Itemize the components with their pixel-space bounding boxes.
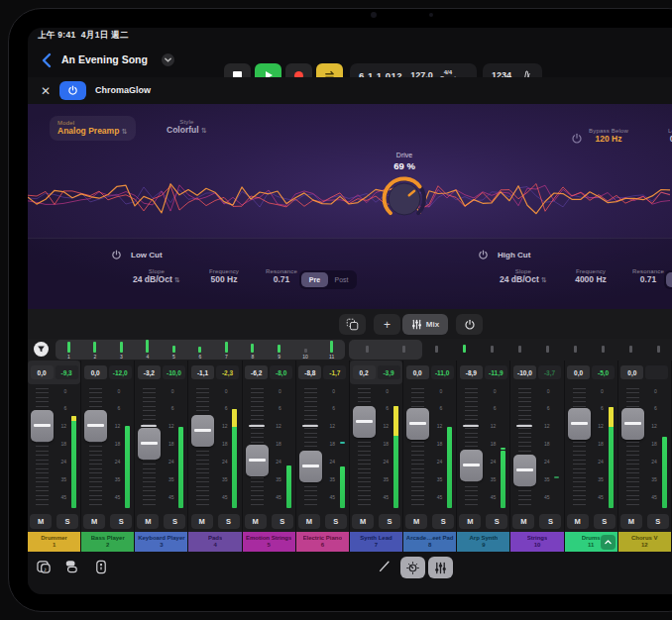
high-cut-power-icon[interactable] [478, 250, 489, 260]
bypass-below-control[interactable]: Bypass Below 120 Hz [589, 128, 628, 144]
plugin-power-button[interactable] [59, 81, 86, 100]
mute-button[interactable]: M [191, 514, 213, 529]
volume-value[interactable]: -8,8 [298, 365, 321, 379]
mute-button[interactable]: M [405, 514, 427, 529]
volume-fader[interactable] [460, 450, 483, 481]
song-title[interactable]: An Evening Song [61, 53, 148, 65]
volume-value[interactable]: 0,0 [620, 365, 643, 379]
mute-button[interactable]: M [30, 514, 52, 529]
track-number: 5 [268, 542, 271, 549]
volume-fader[interactable] [513, 455, 536, 486]
controls-view-button[interactable] [400, 557, 425, 578]
volume-fader[interactable] [353, 406, 376, 438]
mute-button[interactable]: M [245, 514, 267, 529]
volume-value[interactable]: -10,0 [513, 365, 536, 379]
mute-button[interactable]: M [567, 514, 589, 529]
song-menu-chevron[interactable] [162, 53, 174, 66]
track-name-tile[interactable]: Arcade…eet Pad8 [403, 532, 456, 552]
volume-fader[interactable] [31, 410, 54, 442]
mute-button[interactable]: M [298, 514, 320, 529]
volume-value[interactable]: 0,0 [84, 365, 107, 379]
faders-view-button[interactable] [428, 557, 453, 578]
track-name: Bass Player [91, 535, 125, 542]
volume-fader[interactable] [621, 408, 644, 440]
mixer-power-button[interactable] [456, 314, 483, 335]
solo-button[interactable]: S [325, 514, 347, 529]
mute-button[interactable]: M [512, 514, 534, 529]
db-scale-label: 12 [645, 423, 657, 429]
high-cut-slope[interactable]: Slope 24 dB/Oct ⇅ [494, 268, 553, 284]
volume-fader[interactable] [191, 415, 214, 447]
mix-view-button[interactable]: Mix [402, 314, 448, 335]
track-name-tile[interactable]: Emotion Strings5 [243, 532, 295, 552]
volume-value[interactable]: -6,2 [245, 365, 268, 379]
solo-button[interactable]: S [594, 514, 616, 529]
duplicate-button[interactable] [339, 314, 366, 335]
volume-value[interactable]: 0,0 [31, 365, 54, 379]
volume-fader[interactable] [138, 428, 161, 460]
mute-button[interactable]: M [83, 514, 105, 529]
overview-window[interactable]: 1234567891011 [56, 340, 345, 360]
low-cut-slope[interactable]: Slope 24 dB/Oct ⇅ [127, 268, 186, 284]
plugin-close-button[interactable]: ✕ [38, 83, 54, 99]
low-cut-post-button[interactable]: Post [328, 272, 355, 287]
mute-button[interactable]: M [352, 514, 374, 529]
volume-value[interactable]: 0,2 [353, 365, 376, 379]
volume-value[interactable]: -8,9 [460, 365, 483, 379]
overview-window-2[interactable] [349, 340, 422, 360]
drive-control: Drive 69 % [355, 152, 454, 171]
io-connector-button[interactable] [93, 559, 109, 574]
volume-fader[interactable] [84, 410, 107, 442]
low-cut-pre-button[interactable]: Pre [301, 272, 328, 287]
track-name-tile[interactable]: Pads4 [188, 532, 241, 552]
volume-fader[interactable] [568, 408, 591, 440]
level-control[interactable]: Level 0.0 [668, 128, 672, 144]
edit-pencil-button[interactable] [377, 559, 392, 574]
track-name-tile[interactable]: Bass Player2 [81, 532, 134, 552]
filter-tracks-button[interactable] [34, 342, 49, 357]
solo-button[interactable]: S [164, 514, 185, 529]
mute-button[interactable]: M [620, 514, 642, 529]
volume-value[interactable]: 0,0 [406, 365, 429, 379]
low-cut-frequency[interactable]: Frequency 500 Hz [196, 268, 252, 284]
track-name-tile[interactable]: Electric Piano6 [296, 532, 349, 552]
mute-button[interactable]: M [137, 514, 159, 529]
mute-button[interactable]: M [459, 514, 481, 529]
solo-button[interactable]: S [56, 514, 78, 529]
volume-value[interactable]: -3,2 [138, 365, 161, 379]
high-cut-pre-button[interactable]: Pre [666, 272, 672, 287]
solo-button[interactable]: S [486, 514, 507, 529]
track-name-tile[interactable]: Arp Synth9 [457, 532, 509, 552]
track-name-tile[interactable]: Keyboard Player3 [135, 532, 187, 552]
drive-knob[interactable] [382, 176, 427, 222]
style-selector[interactable]: Style Colorful ⇅ [167, 119, 207, 135]
solo-button[interactable]: S [379, 514, 400, 529]
solo-button[interactable]: S [539, 514, 561, 529]
model-selector[interactable]: Model Analog Preamp ⇅ [50, 116, 136, 141]
volume-value[interactable]: -1,1 [191, 365, 214, 379]
solo-button[interactable]: S [647, 514, 669, 529]
solo-button[interactable]: S [110, 514, 132, 529]
volume-value[interactable]: 0,0 [567, 365, 590, 379]
track-name-tile[interactable]: Strings10 [510, 532, 563, 552]
volume-fader[interactable] [246, 445, 269, 476]
track-name-tile[interactable]: Chorus V12 [618, 532, 671, 552]
zero-db-tick [302, 425, 318, 427]
solo-button[interactable]: S [218, 514, 240, 529]
expand-track-button[interactable] [601, 535, 616, 550]
bypass-power-icon[interactable] [571, 133, 583, 145]
track-name: Synth Lead [360, 535, 392, 542]
volume-fader[interactable] [299, 451, 322, 482]
low-cut-power-icon[interactable] [111, 250, 122, 260]
volume-fader[interactable] [406, 408, 429, 440]
track-name-tile[interactable]: Synth Lead7 [350, 532, 402, 552]
add-track-button[interactable]: + [374, 314, 400, 335]
back-icon[interactable] [40, 52, 54, 68]
high-cut-frequency[interactable]: Frequency 4000 Hz [563, 268, 618, 284]
plugins-browser-button[interactable] [63, 559, 79, 574]
loop-browser-button[interactable]: ♪ [36, 559, 52, 574]
solo-button[interactable]: S [272, 514, 293, 529]
track-name-tile[interactable]: Drums11 [565, 532, 617, 552]
solo-button[interactable]: S [432, 514, 454, 529]
track-name-tile[interactable]: Drummer1 [28, 532, 80, 552]
